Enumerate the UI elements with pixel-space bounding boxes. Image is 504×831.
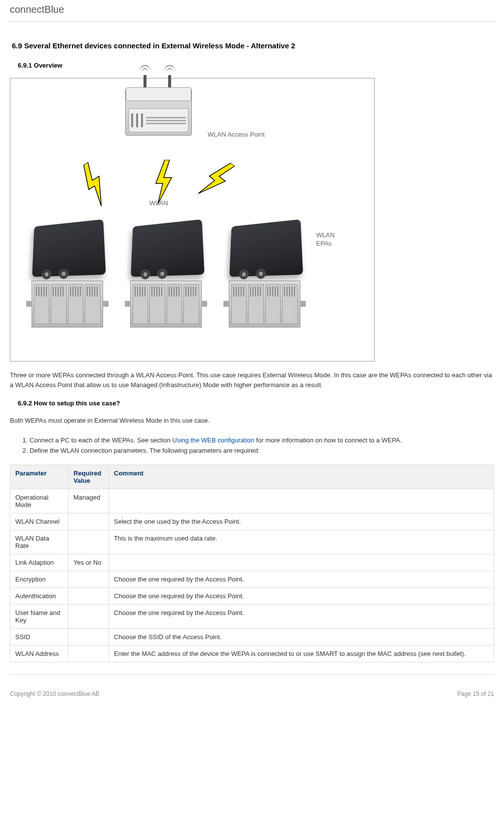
table-cell	[69, 530, 109, 554]
table-cell: Choose the one required by the Access Po…	[109, 604, 494, 628]
diagram-ap-label: WLAN Access Point	[208, 131, 265, 138]
list-item: Connect a PC to each of the WEPAs. See s…	[30, 435, 494, 445]
table-row: EncryptionChoose the one required by the…	[10, 571, 494, 587]
table-row: SSIDChoose the SSID of the Access Point.	[10, 628, 494, 645]
table-row: Operational ModeManaged	[10, 489, 494, 513]
table-row: User Name and KeyChoose the one required…	[10, 604, 494, 628]
table-cell	[69, 587, 109, 604]
howto-intro: Both WEPAs must operate in External Wire…	[10, 416, 494, 426]
page-number: Page 15 of 21	[457, 690, 494, 697]
table-cell	[69, 513, 109, 530]
diagram-wlan-label: WLAN	[149, 199, 168, 207]
web-config-link[interactable]: Using the WEB configuration	[173, 436, 254, 444]
overview-paragraph: Three or more WEPAs connected through a …	[10, 370, 494, 390]
lightning-icon	[72, 159, 116, 210]
table-cell: Enter the MAC address of the device the …	[109, 645, 494, 662]
table-cell: Operational Mode	[10, 489, 69, 513]
svg-marker-0	[76, 161, 113, 207]
table-cell: Managed	[69, 489, 109, 513]
table-cell	[109, 489, 494, 513]
lightning-icon	[151, 160, 176, 204]
list-item: Define the WLAN connection parameters. T…	[30, 446, 494, 456]
table-cell: Autenthication	[10, 587, 69, 604]
table-cell: Choose the one required by the Access Po…	[109, 571, 494, 587]
table-cell: SSID	[10, 628, 69, 645]
page-header: connectBlue	[10, 0, 494, 22]
table-row: WLAN ChannelSelect the one used by the t…	[10, 513, 494, 530]
section-heading: 6.9 Several Ethernet devices connected i…	[12, 41, 494, 50]
wepa-unit-icon	[222, 221, 306, 327]
table-cell: WLAN Address	[10, 645, 69, 662]
table-cell: User Name and Key	[10, 604, 69, 628]
brand-title: connectBlue	[10, 4, 494, 15]
table-cell: Choose the SSID of the Access Point.	[109, 628, 494, 645]
table-cell: Choose the one required by the Access Po…	[109, 587, 494, 604]
diagram-epa-label: WLAN EPAs	[316, 231, 335, 248]
table-header-value: Required Value	[69, 465, 109, 489]
table-cell: WLAN Channel	[10, 513, 69, 530]
setup-steps-list: Connect a PC to each of the WEPAs. See s…	[30, 435, 494, 456]
access-point-icon	[121, 88, 195, 136]
table-cell: This is the maximum used data rate.	[109, 530, 494, 554]
footer-divider	[10, 674, 494, 675]
table-cell: Select the one used by the the Access Po…	[109, 513, 494, 530]
wepa-unit-icon	[25, 221, 109, 327]
table-cell: WLAN Data Rate	[10, 530, 69, 554]
table-row: Link AdaptionYes or No	[10, 554, 494, 571]
table-header-comment: Comment	[109, 465, 494, 489]
table-cell: Yes or No	[69, 554, 109, 571]
overview-heading: 6.9.1 Overview	[18, 62, 494, 69]
table-cell	[69, 628, 109, 645]
table-row: AutenthicationChoose the one required by…	[10, 587, 494, 604]
table-header-parameter: Parameter	[10, 465, 69, 489]
howto-heading: 6.9.2 How to setup this use case?	[18, 399, 494, 407]
parameters-table: Parameter Required Value Comment Operati…	[10, 465, 494, 662]
table-cell	[69, 571, 109, 587]
table-cell: Link Adaption	[10, 554, 69, 571]
page-footer: Copyright © 2010 connectBlue AB Page 15 …	[10, 690, 494, 707]
table-cell	[69, 604, 109, 628]
copyright-text: Copyright © 2010 connectBlue AB	[10, 690, 100, 697]
wepa-unit-icon	[124, 221, 208, 327]
table-cell	[109, 554, 494, 571]
overview-diagram: WLAN Access Point WLAN WLAN EPAs	[10, 78, 375, 361]
svg-marker-1	[156, 160, 172, 204]
svg-marker-2	[196, 157, 236, 202]
table-cell	[69, 645, 109, 662]
table-row: WLAN AddressEnter the MAC address of the…	[10, 645, 494, 662]
table-cell: Encryption	[10, 571, 69, 587]
lightning-icon	[193, 154, 240, 205]
table-row: WLAN Data RateThis is the maximum used d…	[10, 530, 494, 554]
